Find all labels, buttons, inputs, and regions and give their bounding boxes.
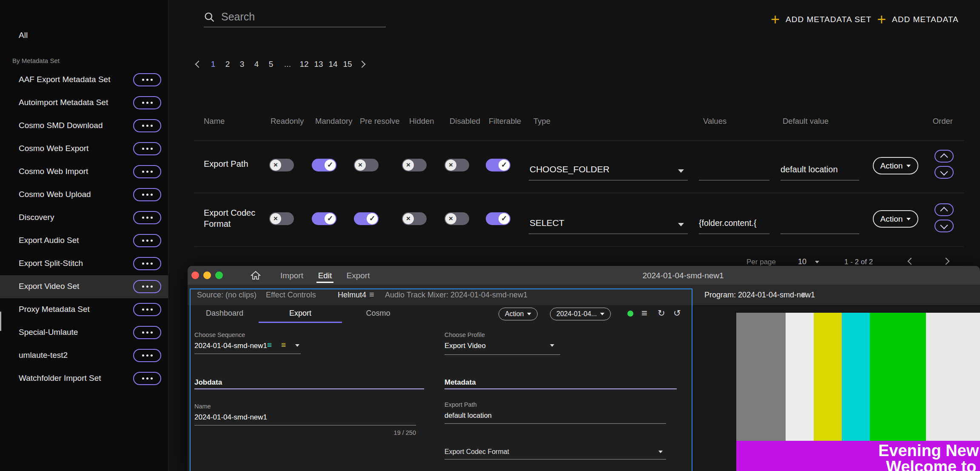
panel-menu-icon[interactable]: ≡ — [369, 290, 374, 300]
sidebar-item[interactable]: Cosmo Web Export — [0, 137, 168, 160]
chevron-down-icon[interactable] — [295, 344, 299, 347]
minimize-window-button[interactable] — [203, 271, 211, 279]
toggle-mandatory[interactable] — [312, 212, 336, 225]
profile-value[interactable]: Export Video — [444, 342, 486, 350]
item-more-button[interactable] — [133, 96, 161, 109]
panel-tab-program[interactable]: Program: 2024-01-04-smd-new1 — [704, 291, 815, 300]
sidebar-item[interactable]: AAF Export Metadata Set — [0, 69, 168, 91]
page-number[interactable]: 15 — [340, 60, 355, 69]
action-menu-button[interactable]: Action — [873, 157, 918, 174]
sidebar-item[interactable]: umlaute-test2 — [0, 344, 168, 367]
item-more-button[interactable] — [133, 303, 161, 316]
panel-menu-icon[interactable]: ≡ — [801, 290, 806, 300]
menu-tab-edit[interactable]: Edit — [310, 271, 340, 280]
item-more-button[interactable] — [133, 257, 161, 270]
page-number[interactable]: 4 — [249, 60, 264, 69]
page-number[interactable]: 2 — [220, 60, 235, 69]
close-window-button[interactable] — [191, 271, 199, 279]
per-page-value[interactable]: 10 — [798, 257, 806, 266]
window-titlebar[interactable]: Import Edit Export 2024-01-04-smd-new1 — [188, 266, 980, 285]
item-more-button[interactable] — [133, 280, 161, 293]
maximize-window-button[interactable] — [215, 271, 223, 279]
move-down-button[interactable] — [934, 166, 954, 179]
hamburger-menu-icon[interactable]: ≡ — [641, 307, 647, 319]
footer-prev-button[interactable] — [908, 258, 915, 265]
type-select[interactable]: CHOOSE_FOLDER — [530, 164, 610, 174]
page-number[interactable]: 12 — [297, 60, 311, 69]
sidebar-item[interactable]: Cosmo Web Upload — [0, 183, 168, 206]
page-number[interactable]: 14 — [326, 60, 340, 69]
item-more-button[interactable] — [133, 211, 161, 224]
home-icon[interactable] — [251, 270, 261, 282]
move-up-button[interactable] — [934, 203, 954, 216]
item-more-button[interactable] — [133, 188, 161, 201]
item-more-button[interactable] — [133, 234, 161, 247]
tab-cosmo[interactable]: Cosmo — [342, 305, 414, 323]
action-menu-button[interactable]: Action — [873, 210, 918, 228]
footer-next-button[interactable] — [943, 258, 950, 265]
helmut-action-button[interactable]: Action — [499, 308, 538, 320]
toggle-readonly[interactable] — [269, 159, 294, 171]
chevron-down-icon[interactable] — [815, 261, 819, 263]
sidebar-item[interactable]: Watchfolder Import Set — [0, 367, 168, 390]
sidebar-item[interactable]: Export Video Set — [0, 275, 168, 298]
search-input[interactable] — [220, 9, 379, 25]
item-more-button[interactable] — [133, 73, 161, 86]
item-more-button[interactable] — [133, 142, 161, 155]
sidebar-item[interactable]: Discovery — [0, 206, 168, 229]
default-value-field[interactable]: default location — [781, 165, 838, 174]
toggle-readonly[interactable] — [269, 212, 294, 225]
panel-tab-effect-controls[interactable]: Effect Controls — [266, 291, 316, 300]
menu-tab-export[interactable]: Export — [341, 271, 375, 280]
sidebar-item[interactable]: Autoimport Metadata Set — [0, 91, 168, 114]
move-down-button[interactable] — [934, 220, 954, 232]
export-path-field[interactable]: default location — [444, 411, 492, 420]
item-more-button[interactable] — [133, 326, 161, 339]
panel-tab-source[interactable]: Source: (no clips) — [197, 291, 256, 300]
add-metadata-set-button[interactable]: + ADD METADATA SET — [771, 11, 872, 28]
prev-page-button[interactable] — [191, 62, 206, 67]
name-field[interactable]: 2024-01-04-smd-new1 — [194, 413, 267, 422]
toggle-hidden[interactable] — [402, 159, 427, 171]
toggle-preresolve[interactable] — [354, 159, 379, 171]
sequence-list-icon[interactable]: ≡ — [267, 340, 272, 350]
page-number[interactable]: 3 — [235, 60, 249, 69]
menu-tab-import[interactable]: Import — [275, 271, 309, 280]
sidebar-item[interactable]: Cosmo Web Import — [0, 160, 168, 183]
toggle-disabled[interactable] — [444, 159, 469, 171]
sidebar-item[interactable]: Special-Umlaute — [0, 321, 168, 344]
values-field[interactable]: {folder.content.{ — [699, 218, 757, 228]
sync-icon[interactable]: ↺ — [673, 308, 681, 318]
sidebar-item[interactable]: Cosmo SMD Download — [0, 114, 168, 137]
toggle-mandatory[interactable] — [312, 159, 336, 171]
add-metadata-button[interactable]: + ADD METADATA — [877, 11, 959, 28]
item-more-button[interactable] — [133, 372, 161, 385]
sidebar-item[interactable]: Proxy Metadata Set — [0, 298, 168, 321]
chevron-down-icon[interactable] — [678, 169, 684, 173]
refresh-icon[interactable]: ↻ — [658, 308, 665, 318]
tab-dashboard[interactable]: Dashboard — [191, 305, 259, 323]
next-page-button[interactable] — [355, 62, 369, 67]
panel-tab-audio-mixer[interactable]: Audio Track Mixer: 2024-01-04-smd-new1 — [385, 291, 527, 300]
sidebar-scrollbar[interactable] — [0, 311, 1, 331]
preset-dropdown[interactable]: 2024-01-04... — [550, 308, 611, 320]
type-select[interactable]: SELECT — [530, 218, 564, 228]
toggle-hidden[interactable] — [402, 212, 427, 225]
page-number[interactable]: 1 — [206, 60, 220, 69]
toggle-filterable[interactable] — [486, 212, 510, 225]
toggle-preresolve[interactable] — [354, 212, 379, 225]
toggle-disabled[interactable] — [444, 212, 469, 225]
page-number[interactable]: 5 — [264, 60, 278, 69]
sidebar-item-all[interactable]: All — [0, 26, 168, 49]
move-up-button[interactable] — [934, 150, 954, 163]
page-number[interactable]: 13 — [311, 60, 326, 69]
panel-tab-helmut[interactable]: Helmut4 — [338, 291, 366, 300]
item-more-button[interactable] — [133, 349, 161, 362]
toggle-filterable[interactable] — [486, 159, 510, 171]
sequence-menu-icon[interactable]: ≡ — [281, 340, 286, 350]
sequence-value[interactable]: 2024-01-04-smd-new1 — [194, 342, 267, 350]
chevron-down-icon[interactable] — [678, 223, 684, 226]
item-more-button[interactable] — [133, 165, 161, 178]
sidebar-item[interactable]: Export Audio Set — [0, 229, 168, 252]
chevron-down-icon[interactable] — [550, 344, 554, 347]
